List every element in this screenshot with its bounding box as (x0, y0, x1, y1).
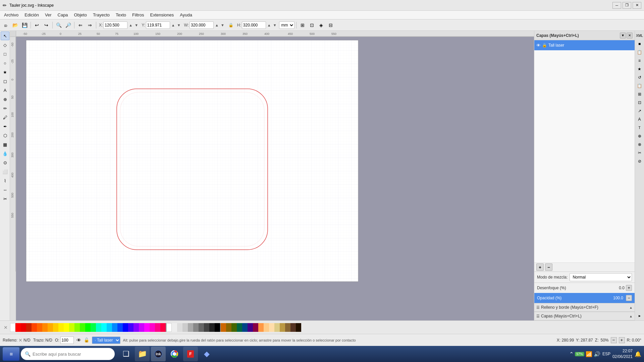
taskbar-chrome[interactable] (167, 347, 182, 361)
more-right-btn-5[interactable]: ✂ (636, 149, 644, 157)
y-up-arrow[interactable]: ▲ (171, 23, 176, 27)
h-input[interactable] (242, 21, 266, 29)
nodes-button[interactable]: ◈ (317, 21, 326, 29)
align-button[interactable]: ⊡ (308, 21, 316, 29)
taskbar-other[interactable]: ◆ (199, 347, 214, 361)
connector-tool-btn[interactable]: ⌇ (1, 176, 9, 185)
taskbar-search-box[interactable]: 🔍 (21, 348, 115, 360)
menu-ayuda[interactable]: Ayuda (177, 12, 195, 18)
more-right-btn-2[interactable]: T (636, 124, 644, 132)
transform-button[interactable]: ⊞ (298, 21, 307, 29)
palette-color-14[interactable] (85, 323, 91, 332)
restore-button[interactable]: ❐ (623, 2, 631, 9)
more-right-btn-3[interactable]: ⊕ (636, 132, 644, 140)
redo-button[interactable]: ↪ (42, 21, 51, 29)
y-input[interactable] (146, 21, 170, 29)
palette-color-27[interactable] (155, 323, 160, 332)
palette-color-19[interactable] (112, 323, 117, 332)
zoom-out-button[interactable]: 🔎 (64, 21, 72, 29)
palette-color-6[interactable] (42, 323, 48, 332)
scroll-right-btn[interactable]: ▸ (636, 312, 644, 320)
palette-color-25[interactable] (144, 323, 150, 332)
rect-tool-btn[interactable]: □ (1, 50, 9, 58)
palette-color-28[interactable] (160, 323, 166, 332)
pen-tool-btn[interactable]: 🖊 (1, 113, 9, 122)
palette-color-38[interactable] (215, 323, 220, 332)
opacity-minus-button[interactable]: − (626, 295, 632, 301)
palette-color-16[interactable] (96, 323, 101, 332)
dropper-tool-btn[interactable]: 💧 (1, 149, 9, 158)
more-right-btn-4[interactable]: ⊗ (636, 140, 644, 148)
palette-color-30[interactable] (172, 323, 177, 332)
palette-color-26[interactable] (150, 323, 155, 332)
layers-panel-close-btn[interactable]: ✕ (627, 33, 633, 39)
new-button[interactable]: ⎄ (1, 21, 10, 29)
menu-texto[interactable]: Texto (113, 12, 129, 18)
palette-color-34[interactable] (193, 323, 199, 332)
palette-color-32[interactable] (182, 323, 188, 332)
language-indicator[interactable]: ESP (602, 352, 610, 356)
palette-color-45[interactable] (253, 323, 258, 332)
spray-tool-btn[interactable]: ⊙ (1, 158, 9, 167)
menu-extensiones[interactable]: Extensiones (147, 12, 176, 18)
speaker-icon[interactable]: 🔊 (594, 351, 600, 357)
palette-color-17[interactable] (101, 323, 107, 332)
taskbar-explorer[interactable]: 📁 (135, 347, 150, 361)
palette-color-3[interactable] (26, 323, 32, 332)
palette-color-40[interactable] (226, 323, 231, 332)
palette-color-48[interactable] (269, 323, 274, 332)
zoom-tool-btn[interactable]: ⊕ (1, 95, 9, 104)
menu-edicion[interactable]: Edición (22, 12, 42, 18)
palette-color-13[interactable] (80, 323, 85, 332)
add-layer-button[interactable]: + (536, 263, 544, 271)
no-color-button[interactable]: ✕ (1, 323, 10, 332)
unit-select[interactable]: mm px cm in pt (279, 21, 294, 29)
w-up-arrow[interactable]: ▲ (214, 23, 219, 27)
palette-color-8[interactable] (53, 323, 58, 332)
palette-color-47[interactable] (264, 323, 269, 332)
palette-color-20[interactable] (117, 323, 123, 332)
taskbar-clock[interactable]: 22:07 02/06/2021 (612, 348, 633, 360)
lock-aspect-button[interactable]: 🔒 (227, 21, 235, 29)
zoom-plus-status-btn[interactable]: + (619, 337, 625, 343)
palette-color-29[interactable] (166, 323, 172, 332)
palette-color-31[interactable] (177, 323, 182, 332)
palette-color-33[interactable] (188, 323, 193, 332)
x-down-arrow[interactable]: ▼ (134, 23, 139, 27)
layers-panel-menu-btn[interactable]: ▼ (620, 33, 626, 39)
measure-tool-btn[interactable]: ↔ (1, 185, 9, 194)
wifi-icon[interactable]: 📶 (586, 351, 592, 357)
palette-color-44[interactable] (248, 323, 253, 332)
palette-color-21[interactable] (123, 323, 128, 332)
star-tool-btn[interactable]: ★ (1, 68, 9, 76)
palette-color-10[interactable] (64, 323, 69, 332)
y-down-arrow[interactable]: ▼ (176, 23, 181, 27)
w-down-arrow[interactable]: ▼ (220, 23, 225, 27)
gradient-tool-btn[interactable]: ▦ (1, 140, 9, 149)
canvas-viewport[interactable] (16, 37, 534, 320)
3d-tool-btn[interactable]: ◻ (1, 77, 9, 85)
minimize-button[interactable]: ─ (612, 2, 621, 9)
palette-color-15[interactable] (91, 323, 96, 332)
palette-color-51[interactable] (285, 323, 290, 332)
blend-mode-select[interactable]: Normal Multiply Screen Overlay (570, 273, 632, 281)
palette-color-18[interactable] (107, 323, 112, 332)
start-button[interactable]: ⊞ (3, 347, 19, 361)
palette-color-1[interactable] (15, 323, 21, 332)
lock-toggle-btn[interactable]: 🔓 (84, 338, 89, 343)
blur-add-button[interactable]: + (626, 285, 632, 291)
remove-layer-button[interactable]: − (545, 263, 552, 271)
palette-color-9[interactable] (58, 323, 64, 332)
circle-tool-btn[interactable]: ○ (1, 59, 9, 67)
text-tool-btn[interactable]: A (1, 86, 9, 95)
calligraphy-tool-btn[interactable]: ✒ (1, 122, 9, 131)
align-left-button[interactable]: ⇐ (76, 21, 85, 29)
palette-color-49[interactable] (274, 323, 280, 332)
taskbar-search-input[interactable] (33, 352, 111, 357)
palette-color-42[interactable] (237, 323, 242, 332)
fill-stroke-btn[interactable]: ■ (636, 40, 644, 48)
layers-section-header[interactable]: ☰ Capas (Mayús+Ctrl+L) ▲ (534, 312, 635, 320)
h-down-arrow[interactable]: ▼ (272, 23, 277, 27)
zoom-minus-status-btn[interactable]: − (611, 337, 617, 343)
xml-editor-btn[interactable]: XML (636, 32, 644, 40)
